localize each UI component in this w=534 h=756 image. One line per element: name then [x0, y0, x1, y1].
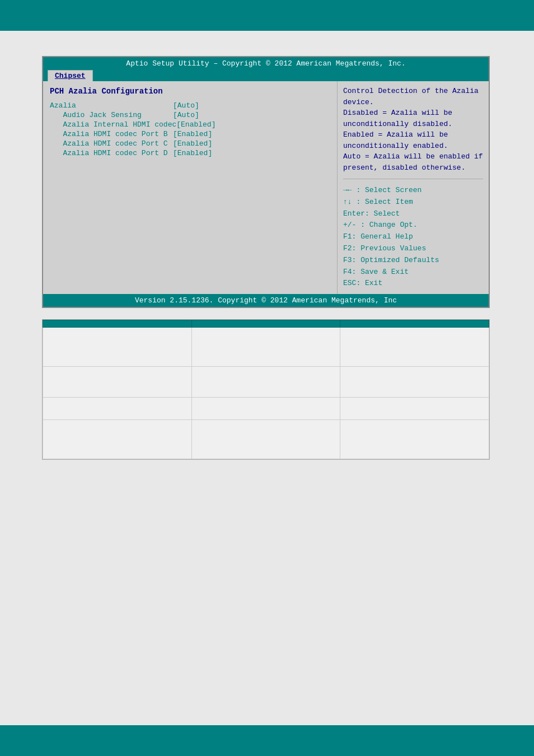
bios-header: Aptio Setup Utility – Copyright © 2012 A… — [43, 57, 489, 70]
bios-footer-text: Version 2.15.1236. Copyright © 2012 Amer… — [135, 296, 397, 305]
bios-window: Aptio Setup Utility – Copyright © 2012 A… — [42, 56, 490, 308]
list-item[interactable]: Azalia Internal HDMI codec [Enabled] — [50, 120, 330, 129]
bios-section-title: PCH Azalia Configuration — [50, 87, 330, 96]
col-header-1 — [43, 320, 192, 328]
cell — [340, 367, 489, 398]
bios-content: PCH Azalia Configuration Azalia [Auto] A… — [43, 81, 489, 294]
cell — [43, 420, 192, 459]
bios-right-panel: Control Detection of the Azalia device. … — [338, 81, 489, 294]
top-bar — [0, 0, 534, 31]
item-value-azalia: [Auto] — [173, 101, 199, 110]
bios-footer: Version 2.15.1236. Copyright © 2012 Amer… — [43, 294, 489, 307]
list-item[interactable]: Azalia [Auto] — [50, 101, 330, 110]
cell — [340, 420, 489, 459]
bottom-bar — [0, 725, 534, 756]
bios-left-panel: PCH Azalia Configuration Azalia [Auto] A… — [43, 81, 338, 294]
bios-help-text: Control Detection of the Azalia device. … — [343, 86, 483, 179]
cell — [191, 367, 340, 398]
list-item[interactable]: Azalia HDMI codec Port C [Enabled] — [50, 139, 330, 148]
cell — [43, 398, 192, 420]
item-value-hdmi-c: [Enabled] — [173, 139, 212, 148]
col-header-2 — [191, 320, 340, 328]
item-value-hdmi-b: [Enabled] — [173, 130, 212, 138]
cell — [340, 398, 489, 420]
bios-nav-text: →← : Select Screen ↑↓ : Select Item Ente… — [343, 185, 483, 290]
list-item[interactable]: Audio Jack Sensing [Auto] — [50, 111, 330, 119]
item-value-audio-jack: [Auto] — [173, 111, 199, 119]
cell — [191, 398, 340, 420]
item-label-audio-jack: Audio Jack Sensing — [50, 111, 173, 119]
table-row — [43, 328, 489, 367]
cell — [43, 328, 192, 367]
col-header-3 — [340, 320, 489, 328]
item-label-hdmi-d: Azalia HDMI codec Port D — [50, 149, 173, 157]
item-value-hdmi-d: [Enabled] — [173, 149, 212, 157]
item-label-hdmi-c: Azalia HDMI codec Port C — [50, 139, 173, 148]
bios-header-title: Aptio Setup Utility – Copyright © 2012 A… — [126, 59, 405, 68]
table-row — [43, 398, 489, 420]
second-table — [43, 320, 489, 459]
item-value-internal-hdmi: [Enabled] — [176, 120, 216, 129]
list-item[interactable]: Azalia HDMI codec Port D [Enabled] — [50, 149, 330, 157]
list-item[interactable]: Azalia HDMI codec Port B [Enabled] — [50, 130, 330, 138]
table-row — [43, 420, 489, 459]
table-row — [43, 367, 489, 398]
second-section — [42, 319, 490, 460]
cell — [191, 328, 340, 367]
bios-tab-bar: Chipset — [43, 70, 489, 81]
cell — [191, 420, 340, 459]
cell — [340, 328, 489, 367]
cell — [43, 367, 192, 398]
item-label-hdmi-b: Azalia HDMI codec Port B — [50, 130, 173, 138]
table-header-row — [43, 320, 489, 328]
item-label-azalia: Azalia — [50, 101, 173, 110]
item-label-internal-hdmi: Azalia Internal HDMI codec — [50, 120, 176, 129]
tab-chipset[interactable]: Chipset — [48, 70, 93, 81]
